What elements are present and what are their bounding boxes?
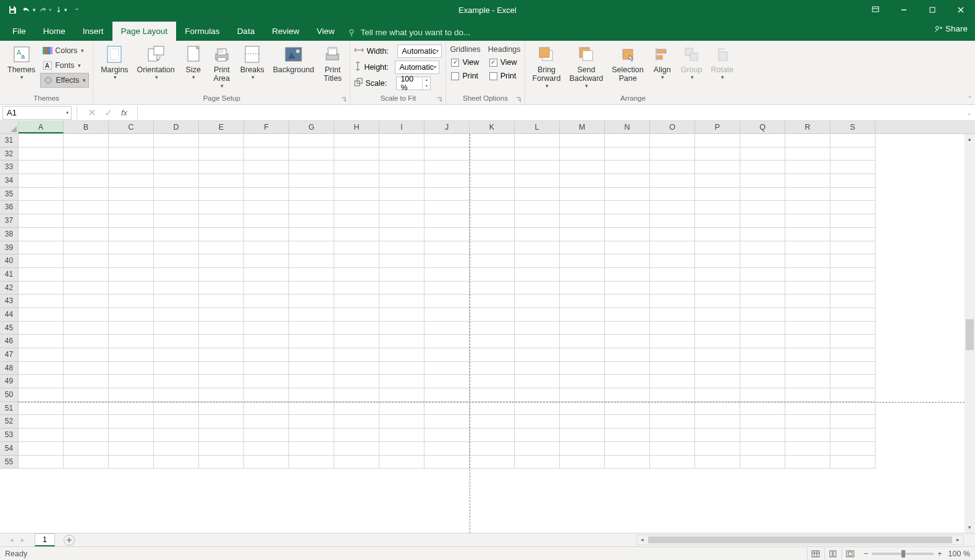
cell[interactable] [650, 134, 695, 148]
cell[interactable] [289, 241, 334, 255]
cell[interactable] [244, 282, 289, 295]
cell[interactable] [64, 201, 109, 214]
cell[interactable] [289, 428, 334, 442]
cell[interactable] [334, 228, 379, 241]
row-header[interactable]: 50 [0, 388, 19, 402]
cell[interactable] [334, 428, 379, 442]
cell[interactable] [109, 161, 154, 174]
cell[interactable] [515, 456, 560, 469]
cell[interactable] [605, 148, 650, 161]
cell[interactable] [289, 362, 334, 375]
cell[interactable] [64, 188, 109, 201]
cell[interactable] [289, 402, 334, 416]
cell[interactable] [515, 295, 560, 308]
cell[interactable] [334, 161, 379, 174]
cell[interactable] [379, 428, 424, 442]
vertical-scrollbar[interactable]: ▴▾ [964, 134, 975, 533]
cell[interactable] [64, 282, 109, 295]
fonts-button[interactable]: AFonts▾ [40, 58, 89, 73]
cell[interactable] [244, 442, 289, 456]
cell[interactable] [470, 348, 515, 362]
cell[interactable] [334, 295, 379, 308]
cell[interactable] [515, 335, 560, 348]
print-area-button[interactable]: Print Area▾ [208, 43, 235, 90]
cell[interactable] [334, 188, 379, 201]
cell[interactable] [154, 148, 199, 161]
cell[interactable] [740, 148, 785, 161]
cell[interactable] [830, 388, 876, 402]
cell[interactable] [19, 362, 64, 375]
cell[interactable] [605, 322, 650, 335]
cell[interactable] [830, 188, 876, 201]
cell[interactable] [470, 442, 515, 456]
cell[interactable] [109, 415, 154, 428]
cell[interactable] [244, 456, 289, 469]
cell[interactable] [19, 456, 64, 469]
bring-forward-button[interactable]: Bring Forward▾ [529, 43, 565, 90]
cell[interactable] [64, 295, 109, 308]
cell[interactable] [424, 268, 470, 282]
cell[interactable] [785, 174, 830, 188]
cell[interactable] [379, 161, 424, 174]
cell[interactable] [379, 362, 424, 375]
cell[interactable] [244, 241, 289, 255]
cell[interactable] [740, 402, 785, 416]
cell[interactable] [695, 428, 740, 442]
cell[interactable] [379, 188, 424, 201]
sheet-options-launcher[interactable] [515, 95, 523, 102]
row-header[interactable]: 47 [0, 348, 19, 362]
cell[interactable] [424, 442, 470, 456]
row-header[interactable]: 33 [0, 161, 19, 174]
cell[interactable] [244, 308, 289, 322]
cell[interactable] [650, 456, 695, 469]
cell[interactable] [109, 375, 154, 388]
gridlines-print-checkbox[interactable]: Print [450, 69, 480, 83]
cell[interactable] [605, 241, 650, 255]
colors-button[interactable]: Colors▾ [40, 43, 89, 58]
cell[interactable] [199, 375, 244, 388]
cell[interactable] [740, 268, 785, 282]
cell[interactable] [19, 201, 64, 214]
cell[interactable] [64, 428, 109, 442]
spreadsheet-grid[interactable]: ABCDEFGHIJKLMNOPQRS 31323334353637383940… [0, 121, 975, 533]
cell[interactable] [785, 388, 830, 402]
cell[interactable] [199, 308, 244, 322]
cell[interactable] [199, 322, 244, 335]
cell[interactable] [334, 375, 379, 388]
horizontal-scrollbar[interactable]: ◂▸ [636, 535, 964, 545]
cell[interactable] [785, 241, 830, 255]
column-header[interactable]: F [244, 121, 289, 133]
cell[interactable] [19, 228, 64, 241]
cell[interactable] [154, 268, 199, 282]
cell[interactable] [424, 188, 470, 201]
cell[interactable] [830, 268, 876, 282]
cell[interactable] [515, 174, 560, 188]
cell[interactable] [379, 268, 424, 282]
cell[interactable] [154, 295, 199, 308]
orientation-button[interactable]: Orientation▾ [133, 43, 179, 81]
cell[interactable] [199, 254, 244, 268]
row-header[interactable]: 54 [0, 442, 19, 456]
cell[interactable] [830, 402, 876, 416]
cell[interactable] [289, 456, 334, 469]
cell[interactable] [289, 201, 334, 214]
row-header[interactable]: 42 [0, 282, 19, 295]
tab-data[interactable]: Data [229, 22, 264, 41]
cell[interactable] [605, 428, 650, 442]
cell[interactable] [379, 174, 424, 188]
cell[interactable] [289, 442, 334, 456]
add-sheet-button[interactable]: + [64, 535, 75, 546]
cell[interactable] [740, 388, 785, 402]
cell[interactable] [64, 214, 109, 228]
cell[interactable] [650, 375, 695, 388]
cell[interactable] [605, 362, 650, 375]
qat-customize[interactable]: ⁼ [69, 2, 84, 17]
cell[interactable] [109, 188, 154, 201]
cell[interactable] [19, 428, 64, 442]
effects-button[interactable]: Effects▾ [40, 73, 89, 88]
cell[interactable] [740, 322, 785, 335]
undo-button[interactable]: ▾ [21, 2, 36, 17]
formula-input[interactable] [137, 106, 964, 120]
cell[interactable] [109, 322, 154, 335]
cell[interactable] [470, 362, 515, 375]
